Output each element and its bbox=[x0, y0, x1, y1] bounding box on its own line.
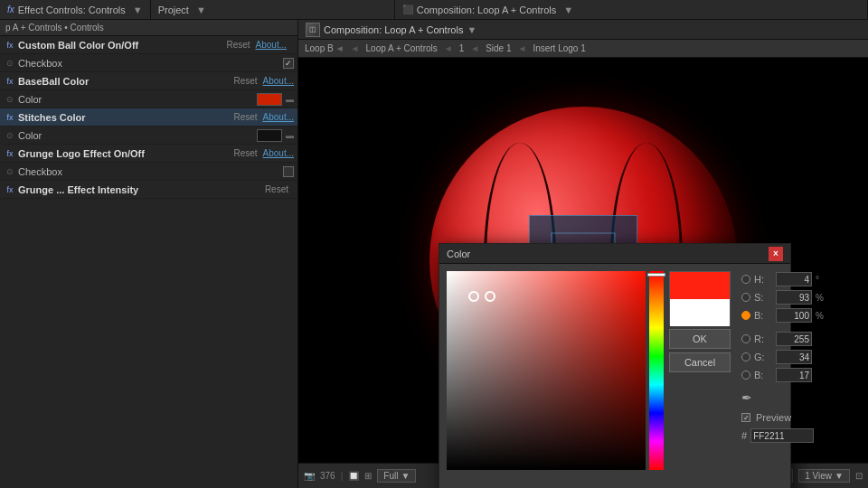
hue-thumb bbox=[647, 273, 665, 277]
breadcrumb-text: p A + Controls • Controls bbox=[5, 23, 104, 33]
comp-tab: ◫ Composition: Loop A + Controls ▼ bbox=[306, 23, 476, 37]
baseball-icon: fx bbox=[4, 75, 16, 88]
right-panel: ◫ Composition: Loop A + Controls ▼ Loop … bbox=[298, 20, 868, 488]
grunge-logo-reset[interactable]: Reset bbox=[233, 148, 257, 158]
right-panel-title: Composition: Loop A + Controls bbox=[417, 5, 556, 15]
checkbox-2-label: Checkbox bbox=[18, 166, 283, 177]
blue-input[interactable] bbox=[776, 368, 812, 382]
nav-loop-b-label: Loop B bbox=[305, 43, 334, 53]
hex-input[interactable] bbox=[750, 428, 814, 443]
custom-ball-label: Custom Ball Color On/Off bbox=[18, 40, 226, 51]
color-preview-box bbox=[669, 271, 731, 325]
bright-radio[interactable] bbox=[741, 311, 750, 320]
dialog-close-btn[interactable]: × bbox=[769, 247, 783, 261]
checkbox-1-value[interactable]: ✓ bbox=[283, 58, 294, 69]
stitches-color-label: Stitches Color bbox=[18, 112, 233, 123]
right-panel-header: ⬛ Composition: Loop A + Controls ▼ bbox=[395, 0, 868, 19]
dialog-body: OK Cancel H: bbox=[439, 264, 790, 488]
project-menu[interactable]: ▼ bbox=[196, 5, 206, 15]
stitches-about[interactable]: About... bbox=[263, 112, 294, 122]
baseball-reset[interactable]: Reset bbox=[233, 76, 257, 86]
stitches-color-row: fx Stitches Color Reset About... bbox=[0, 108, 297, 127]
left-panel-menu[interactable]: ▼ bbox=[133, 5, 143, 15]
right-top: OK Cancel H: bbox=[669, 271, 826, 443]
cancel-btn[interactable]: Cancel bbox=[669, 352, 731, 372]
stitches-icon: fx bbox=[4, 111, 16, 124]
nav-insert-logo-label: Insert Logo 1 bbox=[533, 43, 585, 53]
checkbox-2-value[interactable] bbox=[283, 166, 294, 177]
picker-cursor-inner bbox=[485, 291, 495, 302]
bright-input[interactable] bbox=[776, 308, 812, 323]
sat-val-area[interactable] bbox=[447, 271, 646, 470]
left-panel: p A + Controls • Controls fx Custom Ball… bbox=[0, 20, 298, 488]
nav-insert-logo[interactable]: Insert Logo 1 bbox=[530, 43, 588, 53]
red-label: R: bbox=[754, 333, 772, 344]
stitches-reset[interactable]: Reset bbox=[233, 112, 257, 122]
checkbox-2-icon: ⊙ bbox=[4, 165, 16, 178]
left-panel-header: fx Effect Controls: Controls ▼ bbox=[0, 0, 151, 19]
custom-ball-reset[interactable]: Reset bbox=[226, 40, 250, 50]
green-radio[interactable] bbox=[741, 352, 750, 361]
checkbox-2-row: ⊙ Checkbox bbox=[0, 163, 297, 181]
red-input[interactable] bbox=[776, 332, 812, 346]
sat-unit: % bbox=[816, 293, 826, 303]
preview-old-color bbox=[670, 299, 730, 326]
custom-ball-about[interactable]: About... bbox=[256, 40, 287, 50]
hue-radio[interactable] bbox=[741, 275, 750, 284]
ok-btn[interactable]: OK bbox=[669, 329, 731, 349]
comp-top-bar: ◫ Composition: Loop A + Controls ▼ bbox=[298, 20, 868, 40]
color-2-gradient: ▬ bbox=[286, 131, 294, 140]
sat-input[interactable] bbox=[776, 290, 812, 305]
nav-sep-1: ◄ bbox=[351, 43, 360, 53]
left-panel-title: Effect Controls: Controls bbox=[18, 5, 126, 15]
baseball-about[interactable]: About... bbox=[263, 76, 294, 86]
viewport: LOGO videohive 📷 376 | 🔲 ⊞ Full ▼ bbox=[298, 58, 868, 488]
nav-loop-a-label: Loop A + Controls bbox=[366, 43, 438, 53]
blue-row: B: bbox=[741, 367, 826, 383]
hue-slider[interactable] bbox=[649, 271, 664, 470]
dialog-inner: OK Cancel H: bbox=[447, 271, 826, 488]
sat-row: S: % bbox=[741, 289, 826, 305]
tools-row: ✒ bbox=[741, 390, 826, 405]
comp-icon: ◫ bbox=[306, 23, 320, 37]
color-1-swatch[interactable] bbox=[257, 93, 282, 106]
nav-sep-4: ◄ bbox=[517, 43, 526, 53]
sat-val-picker[interactable] bbox=[447, 271, 646, 470]
color-2-label: Color bbox=[18, 130, 257, 141]
green-input[interactable] bbox=[776, 350, 812, 364]
color-1-row: ⊙ Color ▬ bbox=[0, 90, 297, 108]
project-panel-header: Project ▼ bbox=[151, 0, 395, 19]
effects-list: fx Custom Ball Color On/Off Reset About.… bbox=[0, 36, 297, 488]
comp-menu[interactable]: ▼ bbox=[467, 24, 476, 35]
hue-slider-container[interactable] bbox=[649, 271, 664, 470]
grunge-intensity-label: Grunge ... Effect Intensity bbox=[18, 184, 265, 195]
left-picker-group bbox=[447, 271, 664, 488]
sat-radio[interactable] bbox=[741, 293, 750, 302]
right-controls: OK Cancel H: bbox=[669, 271, 826, 488]
hue-input[interactable] bbox=[776, 272, 812, 286]
nav-sep-3: ◄ bbox=[470, 43, 479, 53]
preview-row: ✓ Preview bbox=[741, 412, 826, 423]
nav-loop-b[interactable]: Loop B ◄ bbox=[302, 43, 347, 53]
color-1-label: Color bbox=[18, 94, 257, 105]
grunge-intensity-reset[interactable]: Reset bbox=[265, 184, 288, 194]
grunge-intensity-row: fx Grunge ... Effect Intensity Reset bbox=[0, 181, 297, 199]
eyedropper-icon[interactable]: ✒ bbox=[741, 390, 752, 405]
right-panel-menu[interactable]: ▼ bbox=[563, 5, 573, 15]
sat-label: S: bbox=[754, 292, 772, 303]
breadcrumb: p A + Controls • Controls bbox=[0, 20, 297, 36]
blue-radio[interactable] bbox=[741, 371, 750, 380]
preview-checkbox[interactable]: ✓ bbox=[741, 413, 750, 422]
hex-row: # bbox=[741, 428, 826, 443]
comp-icon: ⬛ bbox=[402, 5, 413, 14]
effect-icon: fx bbox=[4, 39, 16, 52]
checkbox-1-label: Checkbox bbox=[18, 58, 283, 69]
nav-loop-a[interactable]: Loop A + Controls bbox=[363, 43, 440, 53]
nav-1[interactable]: 1 bbox=[457, 43, 467, 53]
color-2-swatch[interactable] bbox=[257, 129, 282, 142]
right-bottom: H: ° S: bbox=[741, 271, 826, 443]
nav-side-1[interactable]: Side 1 bbox=[483, 43, 514, 53]
red-radio[interactable] bbox=[741, 334, 750, 343]
hue-label: H: bbox=[754, 274, 772, 285]
grunge-logo-about[interactable]: About... bbox=[263, 148, 294, 158]
